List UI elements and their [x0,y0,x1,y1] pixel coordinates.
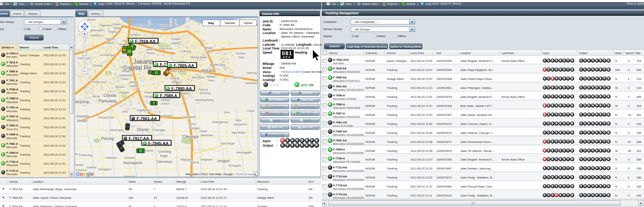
svg-text:Gunung: Gunung [158,149,171,153]
svg-text:Sarua: Sarua [92,94,100,98]
svg-text:Petamb: Petamb [119,43,129,46]
svg-text:Ciputat: Ciputat [104,93,116,98]
svg-text:Kapuk: Kapuk [108,30,117,33]
svg-text:Ciledug: Ciledug [93,64,102,67]
svg-text:Melayu...: Melayu... [171,80,183,84]
svg-text:Pasar: Pasar [144,91,152,94]
svg-text:Map: Map [208,21,214,25]
svg-text:Ciantr: Ciantr [247,109,255,112]
svg-text:Map data ©2012 Tele Atlas, Goo: Map data ©2012 Tele Atlas, Google - Term… [186,172,253,176]
svg-text:Parung: Parung [101,136,114,141]
svg-text:Selatan: Selatan [121,69,131,73]
svg-text:Jaka Setia: Jaka Setia [191,76,205,79]
svg-text:Sukadanau: Sukadanau [245,81,258,85]
svg-text:Kembangan: Kembangan [100,53,115,57]
svg-text:Weninggalih: Weninggalih [236,151,252,154]
svg-text:Pusat: Pusat [147,51,155,55]
svg-text:?: ? [94,2,96,5]
svg-text:Kapuk: Kapuk [113,22,121,26]
svg-text:Tegal Alur: Tegal Alur [99,24,112,27]
svg-text:Jakarta: Jakarta [105,37,115,40]
svg-text:Sindur: Sindur [77,118,87,123]
svg-text:Satellite: Satellite [225,21,236,25]
svg-text:Singasari: Singasari [201,158,213,161]
svg-text:gadungan: gadungan [90,28,103,32]
svg-text:Sampurna: Sampurna [234,123,247,126]
svg-text:Jonggol: Jonggol [217,159,229,163]
svg-text:Pondok Petir: Pondok Petir [98,116,114,119]
svg-text:Setu: Setu [224,111,230,114]
svg-text:Semplak 1: Semplak 1 [124,175,137,177]
svg-text:Tambun: Tambun [231,76,242,79]
svg-text:Nunggal: Nunggal [189,126,200,130]
svg-text:Putri: Putri [160,154,168,158]
svg-text:Kelapa: Kelapa [171,37,180,40]
svg-text:doh: doh [86,57,91,60]
svg-text:Susukan: Susukan [124,156,135,159]
svg-text:Menteng: Menteng [200,92,210,95]
svg-text:buaran: buaran [145,149,153,152]
svg-text:Timur: Timur [207,79,215,82]
svg-text:Bojong: Bojong [190,160,199,164]
svg-text:pinang: pinang [171,76,179,80]
svg-text:Pondok Aren: Pondok Aren [90,80,107,84]
svg-text:Jakarta: Jakarta [146,48,155,51]
svg-text:Benda: Benda [87,18,96,21]
svg-text:Kalideres: Kalideres [90,34,102,37]
svg-text:Mekarsari: Mekarsari [201,134,213,137]
svg-text:Hybrid: Hybrid [243,21,252,25]
svg-text:Kayu Puth: Kayu Puth [159,47,173,50]
svg-text:pin: pin [75,152,78,156]
svg-text:Bojonggede: Bojonggede [123,160,143,165]
svg-text:Tambora: Tambora [129,33,141,36]
svg-text:Grogol: Grogol [120,66,129,69]
svg-text:Cimanggis: Cimanggis [152,128,165,132]
svg-text:Bekasi Jaya: Bekasi Jaya [210,63,225,66]
svg-text:Google: Google [76,171,94,177]
svg-text:Cilandak: Cilandak [118,91,129,94]
svg-text:Karihkil: Karihkil [87,166,96,169]
svg-text:Cileungsi: Cileungsi [182,134,198,139]
svg-text:Jagakarsa: Jagakarsa [137,108,150,112]
svg-text:Sumber: Sumber [236,52,246,55]
svg-text:Selatan: Selatan [129,84,139,88]
svg-text:Jakarta: Jakarta [129,80,138,84]
svg-text:Ciangsana: Ciangsana [182,115,196,118]
svg-text:Utara: Utara [205,50,212,53]
svg-text:Serpong: Serpong [75,99,89,104]
svg-text:Semplak 2: Semplak 2 [98,168,111,171]
svg-text:Kibodas: Kibodas [75,163,84,166]
svg-text:Depok: Depok [137,127,149,132]
svg-text:Gunung: Gunung [76,114,89,118]
svg-text:Pamulang: Pamulang [99,99,116,103]
svg-text:Bekasi Barat: Bekasi Barat [191,56,207,59]
svg-text:Koja: Koja [174,24,180,27]
svg-text:Jakarta: Jakarta [161,98,170,102]
svg-text:Citeureup: Citeureup [156,159,172,164]
svg-text:Bantargebang: Bantargebang [196,98,213,102]
svg-text:Utara: Utara [161,28,168,31]
svg-text:Bintaro: Bintaro [116,85,125,88]
svg-text:Setu Bogor: Setu Bogor [221,142,235,145]
svg-text:Jakarta: Jakarta [160,24,169,27]
svg-text:Cipor: Cipor [77,56,84,60]
svg-text:Barat: Barat [107,41,114,45]
svg-text:Bojong: Bojong [199,88,207,91]
svg-text:Kebayoran: Kebayoran [119,74,133,77]
svg-text:POWERED BY: POWERED BY [76,170,87,171]
svg-text:Timur: Timur [162,102,169,105]
svg-text:Jaya: Jaya [238,56,245,59]
svg-text:Muara: Muara [114,26,122,30]
svg-text:Gading: Gading [171,41,180,45]
svg-text:Jaya Mulya: Jaya Mulya [231,131,246,134]
svg-text:Lima: Lima [122,110,128,113]
svg-text:Bekasi: Bekasi [204,46,213,50]
svg-text:Sawangan: Sawangan [110,128,123,132]
svg-text:Duren Sawit: Duren Sawit [169,69,185,73]
svg-text:?: ? [421,2,423,5]
svg-text:Cakung: Cakung [181,50,191,53]
svg-text:Bekasi: Bekasi [207,75,215,78]
svg-text:Cipejo: Cipejo [199,129,207,133]
svg-text:Bekasi: Bekasi [201,68,214,73]
svg-text:Jaya: Jaya [235,118,242,122]
